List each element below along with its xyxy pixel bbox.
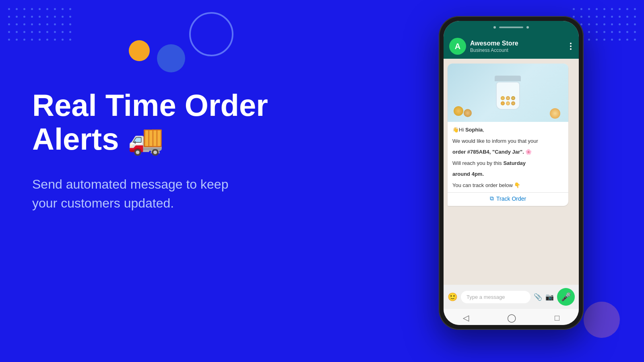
customer-name: Sophia	[465, 127, 483, 133]
deco-candy-2	[464, 109, 472, 117]
jar-lid	[495, 76, 521, 81]
menu-icon[interactable]	[568, 41, 573, 51]
decorative-blue-circle	[157, 44, 185, 72]
delivery-line: Will reach you by this Saturday	[452, 159, 564, 167]
chat-area: 👋Hi Sophia, We would like to inform you …	[444, 59, 579, 285]
status-dot-1	[493, 26, 496, 29]
menu-dot-2	[570, 45, 572, 47]
attachment-icon[interactable]: 📎	[534, 293, 542, 301]
decorative-purple-circle	[584, 302, 620, 338]
status-bar	[444, 21, 579, 34]
status-dot-2	[526, 26, 529, 29]
candy-6	[511, 101, 515, 105]
delivery-time: around 4pm.	[452, 171, 484, 177]
decorative-outline-circle	[189, 12, 233, 56]
message-bubble: 👋Hi Sophia, We would like to inform you …	[448, 64, 568, 206]
message-placeholder: Type a message	[466, 294, 505, 300]
store-avatar: A	[449, 38, 466, 55]
candy-4	[501, 101, 505, 105]
candy-1	[501, 96, 505, 100]
wave-emoji: 👋	[452, 127, 459, 133]
candy-5	[506, 101, 510, 105]
track-info-line: You can track order below 👇	[452, 181, 564, 189]
point-down-emoji: 👇	[514, 182, 520, 188]
chat-input-bar: 🙂 Type a message 📎 📷 🎤	[444, 285, 579, 309]
order-line: order #785AB4, "Candy Jar". 🌸	[452, 148, 564, 156]
product-image	[448, 64, 568, 122]
subtext: Send automated message to keep your cust…	[32, 175, 306, 212]
left-content-area: Real Time Order Alerts 🚚 Send automated …	[32, 88, 306, 212]
phone-screen: A Awesome Store Business Account	[444, 21, 579, 325]
message-text: 👋Hi Sophia, We would like to inform you …	[448, 126, 568, 189]
phone-outer-frame: A Awesome Store Business Account	[439, 16, 584, 330]
phone-mockup: A Awesome Store Business Account	[439, 16, 584, 330]
main-heading: Real Time Order Alerts 🚚	[32, 88, 306, 156]
flower-emoji: 🌸	[525, 149, 532, 155]
store-name: Awesome Store	[470, 39, 564, 47]
greeting-line: 👋Hi Sophia,	[452, 126, 564, 134]
delivery-day: Saturday	[503, 160, 526, 166]
dots-top-left	[8, 8, 71, 46]
menu-dot-1	[570, 43, 572, 44]
mic-button[interactable]: 🎤	[557, 288, 575, 306]
whatsapp-header: A Awesome Store Business Account	[444, 34, 579, 59]
emoji-button[interactable]: 🙂	[448, 292, 458, 302]
store-title-block: Awesome Store Business Account	[470, 39, 564, 53]
decorative-orange-circle	[129, 40, 150, 61]
track-order-button[interactable]: ⧉ Track Order	[448, 192, 568, 202]
jar-candies	[497, 95, 519, 107]
candy-3	[511, 96, 515, 100]
delivery-time-line: around 4pm.	[452, 170, 564, 178]
greeting-hi: Hi	[459, 127, 465, 133]
deco-candy-3	[550, 108, 560, 119]
account-type: Business Account	[470, 47, 564, 53]
navigation-bar: ◁ ◯ □	[444, 309, 579, 325]
deco-candy-1	[454, 106, 463, 116]
menu-dot-3	[570, 48, 572, 50]
camera-icon[interactable]: 📷	[545, 293, 554, 301]
status-line	[499, 27, 523, 28]
recents-nav-icon[interactable]: □	[555, 313, 559, 323]
jar-body	[496, 82, 520, 110]
candy-2	[506, 96, 510, 100]
track-button-label: Track Order	[496, 195, 526, 202]
inform-line: We would like to inform you that your	[452, 137, 564, 145]
order-number: order #785AB4, "Candy Jar".	[452, 149, 524, 155]
home-nav-icon[interactable]: ◯	[507, 313, 516, 323]
external-link-icon: ⧉	[490, 195, 494, 202]
message-input[interactable]: Type a message	[461, 291, 530, 303]
back-nav-icon[interactable]: ◁	[463, 313, 469, 323]
candy-jar-illustration	[494, 76, 522, 110]
truck-emoji: 🚚	[128, 124, 164, 156]
input-icons: 📎 📷	[534, 293, 554, 301]
